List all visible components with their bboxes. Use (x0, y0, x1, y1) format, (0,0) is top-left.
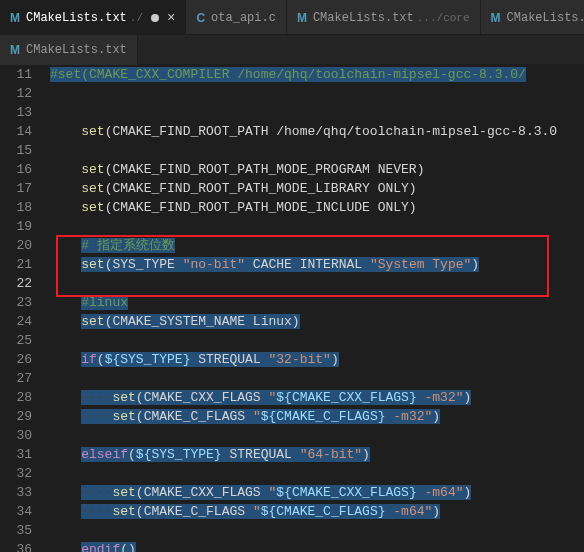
code-content[interactable]: set(CMAKE_FIND_ROOT_PATH_MODE_INCLUDE ON… (50, 198, 584, 217)
code-line[interactable]: 32 (0, 464, 584, 483)
code-content[interactable] (50, 369, 584, 388)
code-line[interactable]: 11#set(CMAKE_CXX_COMPILER /home/qhq/tool… (0, 65, 584, 84)
token-dots: ···· (81, 409, 112, 424)
code-content[interactable]: set(CMAKE_FIND_ROOT_PATH_MODE_LIBRARY ON… (50, 179, 584, 198)
code-content[interactable]: # 指定系统位数 (50, 236, 584, 255)
code-line[interactable]: 34 ····set(CMAKE_C_FLAGS "${CMAKE_C_FLAG… (0, 502, 584, 521)
token-txt: (CMAKE_FIND_ROOT_PATH_MODE_INCLUDE ONLY) (105, 200, 417, 215)
tab-cmakelists-txt-0[interactable]: MCMakeLists.txt (0, 35, 138, 65)
token-fn: set (81, 181, 104, 196)
code-line[interactable]: 25 (0, 331, 584, 350)
line-number: 29 (0, 407, 50, 426)
line-number: 16 (0, 160, 50, 179)
code-line[interactable]: 22 (0, 274, 584, 293)
tab-label: CMakeLists.txt (313, 11, 414, 25)
token-str: "System Type" (370, 257, 471, 272)
code-content[interactable]: set(SYS_TYPE "no-bit" CACHE INTERNAL "Sy… (50, 255, 584, 274)
code-content[interactable]: endif() (50, 540, 584, 552)
token-var: ${CMAKE_C_FLAGS} (261, 504, 386, 519)
tab-cmakelists-txt-0[interactable]: MCMakeLists.txt ./× (0, 0, 186, 35)
token-txt: ) (432, 409, 440, 424)
code-line[interactable]: 19 (0, 217, 584, 236)
code-line[interactable]: 31 elseif(${SYS_TYPE} STREQUAL "64-bit") (0, 445, 584, 464)
token-txt: (CMAKE_C_FLAGS (136, 409, 253, 424)
tab-cmakelists-txt-2[interactable]: MCMakeLists.txt .../core (287, 0, 481, 35)
token-fn: set (112, 485, 135, 500)
token-var: ${CMAKE_C_FLAGS} (261, 409, 386, 424)
code-line[interactable]: 13 (0, 103, 584, 122)
token-txt (50, 390, 81, 405)
token-txt (50, 352, 81, 367)
token-str: -m64" (417, 485, 464, 500)
token-cmt: #set(CMAKE_CXX_COMPILER /home/qhq/toolch… (50, 67, 526, 82)
token-txt (50, 466, 81, 481)
token-txt: ) (464, 485, 472, 500)
code-line[interactable]: 28 ····set(CMAKE_CXX_FLAGS "${CMAKE_CXX_… (0, 388, 584, 407)
code-content[interactable] (50, 464, 584, 483)
close-icon[interactable]: × (167, 11, 175, 25)
code-line[interactable]: 17 set(CMAKE_FIND_ROOT_PATH_MODE_LIBRARY… (0, 179, 584, 198)
code-line[interactable]: 24 set(CMAKE_SYSTEM_NAME Linux) (0, 312, 584, 331)
token-fn: set (81, 124, 104, 139)
code-content[interactable]: ····set(CMAKE_CXX_FLAGS "${CMAKE_CXX_FLA… (50, 388, 584, 407)
code-line[interactable]: 16 set(CMAKE_FIND_ROOT_PATH_MODE_PROGRAM… (0, 160, 584, 179)
code-content[interactable]: elseif(${SYS_TYPE} STREQUAL "64-bit") (50, 445, 584, 464)
code-line[interactable]: 15 (0, 141, 584, 160)
tab-dirty-indicator[interactable] (151, 14, 159, 22)
code-line[interactable]: 33 ····set(CMAKE_CXX_FLAGS "${CMAKE_CXX_… (0, 483, 584, 502)
tab-label: CMakeLists.txt (26, 11, 127, 25)
code-line[interactable]: 14 set(CMAKE_FIND_ROOT_PATH /home/qhq/to… (0, 122, 584, 141)
token-txt: ) (432, 504, 440, 519)
token-str: -m32" (417, 390, 464, 405)
code-line[interactable]: 23 #linux (0, 293, 584, 312)
code-line[interactable]: 27 (0, 369, 584, 388)
code-editor[interactable]: 11#set(CMAKE_CXX_COMPILER /home/qhq/tool… (0, 65, 584, 552)
code-content[interactable]: if(${SYS_TYPE} STREQUAL "32-bit") (50, 350, 584, 369)
cmake-file-icon: M (10, 43, 20, 57)
line-number: 35 (0, 521, 50, 540)
code-content[interactable]: ····set(CMAKE_C_FLAGS "${CMAKE_C_FLAGS} … (50, 502, 584, 521)
code-line[interactable]: 18 set(CMAKE_FIND_ROOT_PATH_MODE_INCLUDE… (0, 198, 584, 217)
code-line[interactable]: 12 (0, 84, 584, 103)
token-fn: set (81, 314, 104, 329)
code-content[interactable]: set(CMAKE_FIND_ROOT_PATH /home/qhq/toolc… (50, 122, 584, 141)
token-txt: (SYS_TYPE (105, 257, 183, 272)
token-txt: (CMAKE_FIND_ROOT_PATH_MODE_LIBRARY ONLY) (105, 181, 417, 196)
tab-ota_api-c-1[interactable]: Cota_api.c (186, 0, 286, 35)
code-line[interactable]: 21 set(SYS_TYPE "no-bit" CACHE INTERNAL … (0, 255, 584, 274)
line-number: 15 (0, 141, 50, 160)
code-content[interactable]: set(CMAKE_SYSTEM_NAME Linux) (50, 312, 584, 331)
line-number: 13 (0, 103, 50, 122)
code-line[interactable]: 35 (0, 521, 584, 540)
tab-bar-row2: MCMakeLists.txt (0, 35, 584, 65)
code-content[interactable]: set(CMAKE_FIND_ROOT_PATH_MODE_PROGRAM NE… (50, 160, 584, 179)
code-content[interactable]: ····set(CMAKE_CXX_FLAGS "${CMAKE_CXX_FLA… (50, 483, 584, 502)
code-content[interactable]: #linux (50, 293, 584, 312)
token-kw: if (81, 352, 97, 367)
token-txt: STREQUAL (222, 447, 300, 462)
token-str: " (253, 409, 261, 424)
tab-cmakelists-t-3[interactable]: MCMakeLists.t (481, 0, 584, 35)
token-txt (50, 295, 81, 310)
code-line[interactable]: 20 # 指定系统位数 (0, 236, 584, 255)
line-number: 20 (0, 236, 50, 255)
token-str: -m32" (386, 409, 433, 424)
token-str: "32-bit" (268, 352, 330, 367)
code-content[interactable]: ····set(CMAKE_C_FLAGS "${CMAKE_C_FLAGS} … (50, 407, 584, 426)
token-cmt: #linux (81, 295, 128, 310)
tab-label: ota_api.c (211, 11, 276, 25)
line-number: 11 (0, 65, 50, 84)
code-line[interactable]: 36 endif() (0, 540, 584, 552)
tab-path-hint: .../core (417, 12, 470, 24)
token-txt: (CMAKE_FIND_ROOT_PATH /home/qhq/toolchai… (105, 124, 557, 139)
line-number: 30 (0, 426, 50, 445)
token-txt: ( (97, 352, 105, 367)
token-txt (50, 409, 81, 424)
code-line[interactable]: 26 if(${SYS_TYPE} STREQUAL "32-bit") (0, 350, 584, 369)
token-var: ${CMAKE_CXX_FLAGS} (276, 390, 416, 405)
token-txt: (CMAKE_FIND_ROOT_PATH_MODE_PROGRAM NEVER… (105, 162, 425, 177)
code-line[interactable]: 30 (0, 426, 584, 445)
code-line[interactable]: 29 ····set(CMAKE_C_FLAGS "${CMAKE_C_FLAG… (0, 407, 584, 426)
code-content[interactable]: #set(CMAKE_CXX_COMPILER /home/qhq/toolch… (50, 65, 584, 84)
token-fn: set (112, 504, 135, 519)
